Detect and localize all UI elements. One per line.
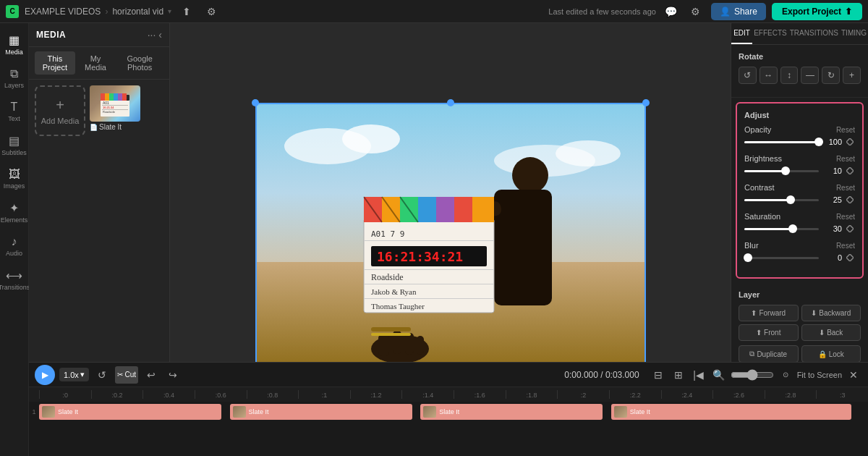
ruler-mark-6: :1.2: [350, 390, 402, 399]
zoom-slider[interactable]: [731, 369, 774, 381]
lock-button[interactable]: 🔒 Lock: [801, 345, 861, 363]
forward-button[interactable]: ⬆ Forward: [739, 305, 799, 321]
add-keyframe-button[interactable]: +: [843, 67, 861, 84]
tab-transitions[interactable]: TRANSITIONS: [788, 23, 840, 44]
sidebar-item-elements[interactable]: ✦ Elements: [1, 197, 27, 228]
tab-my-media[interactable]: My Media: [78, 51, 114, 75]
sidebar-item-images-label: Images: [4, 182, 25, 190]
handle-tc[interactable]: [447, 99, 454, 106]
svg-rect-27: [418, 197, 436, 222]
export-label: Export Project: [782, 7, 841, 17]
tab-this-project[interactable]: This Project: [35, 51, 75, 75]
speed-control[interactable]: 1.0x ▾: [59, 368, 89, 381]
brightness-keyframe[interactable]: [845, 166, 855, 176]
sidebar-item-media[interactable]: ▦ Media: [1, 29, 27, 60]
track-clip-2[interactable]: Slate It: [230, 404, 412, 420]
clip-thumb-2: [233, 406, 246, 418]
front-button[interactable]: ⬆ Front: [739, 324, 799, 341]
saturation-thumb[interactable]: [788, 224, 797, 233]
comments-button[interactable]: 💬: [662, 2, 681, 21]
contrast-keyframe[interactable]: [845, 195, 855, 205]
rotate-section: Rotate ↺ ↔ ↕ — ↻ +: [731, 45, 868, 98]
saturation-keyframe[interactable]: [845, 224, 855, 234]
sidebar-item-audio[interactable]: ♪ Audio: [1, 231, 27, 261]
elements-icon: ✦: [9, 201, 19, 215]
redo-button[interactable]: ↪: [164, 366, 182, 384]
tab-edit[interactable]: EDIT: [731, 23, 752, 44]
brightness-slider[interactable]: [744, 170, 819, 172]
blur-reset[interactable]: Reset: [836, 242, 855, 250]
opacity-thumb[interactable]: [814, 138, 823, 146]
full-view-button[interactable]: ⊞: [670, 366, 687, 384]
flip-v-button[interactable]: ↕: [780, 67, 799, 84]
blur-slider[interactable]: [744, 257, 819, 259]
zoom-toggle[interactable]: ⊙: [777, 366, 794, 384]
lock-label: Lock: [829, 350, 844, 358]
breadcrumb: EXAMPLE VIDEOS › horizontal vid ▾: [25, 7, 171, 17]
opacity-row: Opacity Reset 100: [744, 125, 855, 147]
media-close-button[interactable]: ‹: [158, 29, 162, 41]
gear-button[interactable]: ⚙: [686, 2, 705, 21]
rotate-controls: ↺ ↔ ↕ — ↻ +: [739, 67, 861, 84]
sidebar-item-images[interactable]: 🖼 Images: [1, 164, 27, 194]
brightness-thumb[interactable]: [781, 166, 790, 175]
opacity-reset[interactable]: Reset: [836, 126, 855, 134]
rewind-button[interactable]: ↺: [93, 366, 111, 384]
duplicate-button[interactable]: ⧉ Duplicate: [739, 345, 799, 363]
contrast-slider[interactable]: [744, 199, 819, 201]
handle-tl[interactable]: [252, 99, 259, 106]
blur-keyframe[interactable]: [845, 253, 855, 263]
media-panel-title: MEDIA: [36, 30, 66, 40]
export-button[interactable]: Export Project ⬆: [772, 3, 862, 20]
upload-button[interactable]: ⬆: [177, 2, 196, 21]
sidebar-item-text[interactable]: T Text: [1, 96, 27, 127]
back-button[interactable]: ⬇ Back: [801, 324, 861, 341]
top-bar-actions: Last edited a few seconds ago 💬 ⚙ 👤 Shar…: [548, 2, 862, 21]
split-view-button[interactable]: ⊟: [650, 366, 667, 384]
saturation-reset[interactable]: Reset: [836, 213, 855, 221]
zoom-out-button[interactable]: 🔍: [710, 366, 728, 384]
add-media-label: Add Media: [41, 117, 80, 125]
track-clip-4[interactable]: Slate It: [611, 404, 851, 420]
svg-marker-55: [846, 254, 854, 261]
fit-to-screen-button[interactable]: Fit to Screen: [797, 371, 842, 379]
front-icon: ⬆: [756, 329, 762, 337]
svg-rect-47: [405, 333, 414, 355]
track-clip-3[interactable]: Slate It: [420, 404, 603, 420]
svg-rect-35: [364, 240, 494, 241]
sidebar-item-layers[interactable]: ⧉ Layers: [1, 63, 27, 93]
contrast-reset[interactable]: Reset: [836, 184, 855, 192]
brightness-reset[interactable]: Reset: [836, 155, 855, 163]
ruler-mark-11: :2.2: [609, 390, 661, 399]
close-timeline-button[interactable]: ✕: [845, 366, 862, 384]
undo-button[interactable]: ↩: [142, 366, 160, 384]
backward-button[interactable]: ⬇ Backward: [801, 305, 861, 321]
blur-thumb[interactable]: [744, 253, 752, 262]
handle-tr[interactable]: [642, 99, 650, 106]
opacity-keyframe[interactable]: [845, 137, 855, 147]
flip-h-button[interactable]: ↔: [760, 67, 778, 84]
rotate-cw-button[interactable]: ↻: [822, 67, 840, 84]
saturation-slider[interactable]: [744, 228, 819, 230]
rotate-ccw-button[interactable]: ↺: [739, 67, 757, 84]
straighten-button[interactable]: —: [801, 67, 819, 84]
skip-to-start[interactable]: |◀: [690, 366, 707, 384]
contrast-thumb[interactable]: [786, 195, 795, 204]
add-media-button[interactable]: + Add Media: [35, 85, 85, 136]
play-button[interactable]: ▶: [35, 365, 55, 385]
sidebar-item-subtitles[interactable]: ▤ Subtitles: [1, 130, 27, 161]
media-more-button[interactable]: ···: [148, 29, 156, 41]
svg-rect-7: [122, 93, 127, 101]
dropdown-icon[interactable]: ▾: [168, 7, 171, 15]
media-thumbnail[interactable]: A01 16:21:34 Roadside 📄 Slate It: [90, 85, 140, 136]
cut-button[interactable]: ✂ Cut: [115, 366, 138, 384]
tab-effects[interactable]: EFFECTS: [752, 23, 788, 44]
tab-timing[interactable]: TIMING: [840, 23, 868, 44]
share-button[interactable]: 👤 Share: [711, 3, 766, 20]
svg-rect-3: [105, 93, 109, 101]
sidebar-item-transitions[interactable]: ⟷ Transitions: [1, 264, 27, 295]
opacity-slider[interactable]: [744, 141, 819, 143]
track-clip-1[interactable]: Slate It: [39, 404, 221, 420]
settings-button[interactable]: ⚙: [202, 2, 221, 21]
tab-google-photos[interactable]: Google Photos: [116, 51, 163, 75]
